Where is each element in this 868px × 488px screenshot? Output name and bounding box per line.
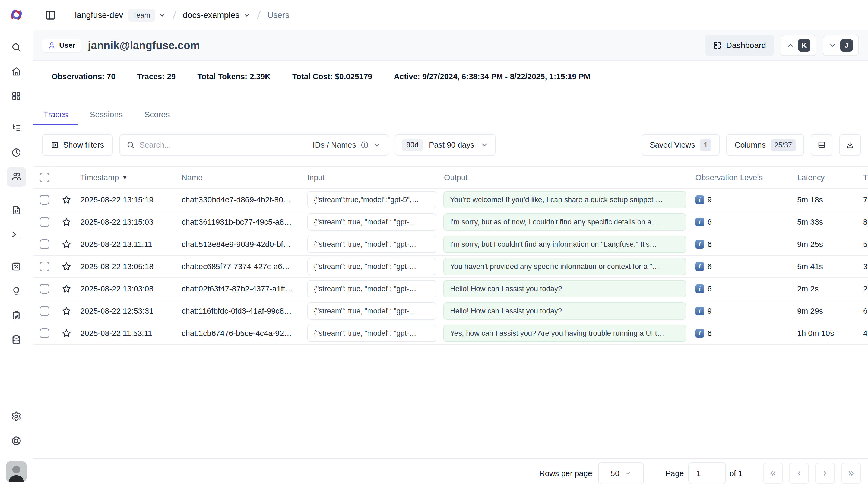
chevron-down-icon[interactable] <box>159 12 166 19</box>
chevron-down-icon[interactable] <box>243 12 250 19</box>
cell-input[interactable]: {"stream":true,"model":"gpt-5",… <box>307 191 436 209</box>
table-row[interactable]: 2025-08-22 12:53:31 chat:116fbfdc-0fd3-4… <box>33 300 868 323</box>
tab-scores[interactable]: Scores <box>134 104 180 125</box>
table-row[interactable]: 2025-08-22 11:53:11 chat:1cb67476-b5ce-4… <box>33 323 868 345</box>
row-height-button[interactable] <box>811 134 832 156</box>
star-icon[interactable] <box>57 195 76 205</box>
next-page-button[interactable] <box>815 463 835 484</box>
breadcrumb-current-page: Users <box>267 10 289 20</box>
row-checkbox[interactable] <box>40 262 50 271</box>
breadcrumb-environment[interactable]: docs-examples <box>183 10 239 20</box>
tab-traces[interactable]: Traces <box>33 104 79 125</box>
row-checkbox[interactable] <box>40 239 50 249</box>
table-row[interactable]: 2025-08-22 13:11:11 chat:513e84e9-9039-4… <box>33 234 868 256</box>
sidebar-item-home[interactable] <box>6 62 26 82</box>
columns-button[interactable]: Columns 25/37 <box>726 134 804 156</box>
star-icon[interactable] <box>57 328 76 338</box>
sidebar-toggle-icon[interactable] <box>43 8 58 23</box>
sidebar-item-search[interactable] <box>6 38 26 58</box>
cell-output[interactable]: You haven't provided any specific inform… <box>443 258 686 275</box>
search-scope-dropdown[interactable]: IDs / Names <box>313 141 381 150</box>
cell-latency: 5m 18s <box>793 195 861 204</box>
chevrons-right-icon <box>847 469 855 478</box>
row-checkbox[interactable] <box>40 284 50 294</box>
sidebar-item-users[interactable] <box>6 167 26 187</box>
export-button[interactable] <box>839 134 861 156</box>
percent-square-icon <box>11 262 22 273</box>
sidebar-item-insights[interactable] <box>6 282 26 301</box>
cell-observation-levels: i6 <box>690 329 793 338</box>
previous-page-button[interactable] <box>789 463 809 484</box>
sidebar-item-playground[interactable] <box>6 225 26 245</box>
row-checkbox[interactable] <box>40 306 50 316</box>
home-icon <box>11 66 22 78</box>
star-icon[interactable] <box>57 262 76 271</box>
cell-output[interactable]: Hello! How can I assist you today? <box>443 302 686 320</box>
show-filters-button[interactable]: Show filters <box>42 134 113 156</box>
cell-input[interactable]: {"stream": true, "model": "gpt-… <box>307 302 436 320</box>
cell-input[interactable]: {"stream": true, "model": "gpt-… <box>307 258 436 275</box>
nav-next-button[interactable]: J <box>823 35 859 56</box>
last-page-button[interactable] <box>841 463 861 484</box>
cell-timestamp: 2025-08-22 12:53:31 <box>76 307 178 316</box>
search-input[interactable] <box>140 141 308 150</box>
rows-per-page-label: Rows per page <box>539 469 592 478</box>
time-range-button[interactable]: 90d Past 90 days <box>395 134 496 156</box>
cell-input[interactable]: {"stream": true, "model": "gpt-… <box>307 325 436 342</box>
page-header: User jannik@langfuse.com Dashboard K J <box>33 30 868 61</box>
sidebar-item-sessions[interactable] <box>6 143 26 163</box>
star-icon[interactable] <box>57 239 76 249</box>
cell-latency: 2m 2s <box>793 284 861 294</box>
column-header-output[interactable]: Output <box>441 173 690 182</box>
column-header-input[interactable]: Input <box>304 173 441 182</box>
dashboard-button[interactable]: Dashboard <box>705 35 774 56</box>
cell-input[interactable]: {"stream": true, "model": "gpt-… <box>307 213 436 231</box>
star-icon[interactable] <box>57 284 76 294</box>
breadcrumb-project[interactable]: langfuse-dev <box>75 10 123 20</box>
star-icon[interactable] <box>57 306 76 316</box>
column-header-timestamp[interactable]: Timestamp ▼ <box>76 173 178 182</box>
column-header-name[interactable]: Name <box>178 173 304 182</box>
search-box[interactable]: IDs / Names <box>119 134 388 156</box>
rows-per-page-select[interactable]: 50 <box>598 462 644 484</box>
table-row[interactable]: 2025-08-22 13:15:03 chat:3611931b-bc77-4… <box>33 211 868 234</box>
cell-output[interactable]: I'm sorry, but I couldn't find any infor… <box>443 236 686 253</box>
cell-output[interactable]: I'm sorry, but as of now, I couldn't fin… <box>443 213 686 231</box>
sidebar-item-settings[interactable] <box>6 407 26 427</box>
toolbar-right-group: Saved Views 1 Columns 25/37 <box>642 134 861 156</box>
select-all-checkbox[interactable] <box>40 173 50 182</box>
top-navigation: langfuse-dev Team / docs-examples / User… <box>33 0 868 30</box>
column-header-truncated[interactable]: T <box>861 173 868 182</box>
row-checkbox[interactable] <box>40 328 50 338</box>
column-header-latency[interactable]: Latency <box>793 173 861 182</box>
table-row[interactable]: 2025-08-22 13:03:08 chat:02f63f47-87b2-4… <box>33 278 868 300</box>
cell-output[interactable]: Yes, how can I assist you? Are you havin… <box>443 325 686 342</box>
sidebar-item-annotation[interactable] <box>6 306 26 326</box>
sidebar-item-datasets[interactable] <box>6 331 26 350</box>
column-header-observation-levels[interactable]: Observation Levels <box>690 173 793 182</box>
sidebar-item-dashboards[interactable] <box>6 87 26 106</box>
first-page-button[interactable] <box>763 463 783 484</box>
info-icon <box>361 141 369 149</box>
cell-latency: 9m 25s <box>793 240 861 249</box>
star-icon[interactable] <box>57 217 76 227</box>
sidebar-item-prompts[interactable] <box>6 201 26 220</box>
table-row[interactable]: 2025-08-22 13:05:18 chat:ec685f77-7374-4… <box>33 256 868 278</box>
sidebar-item-scores[interactable] <box>6 257 26 277</box>
nav-previous-button[interactable]: K <box>781 35 816 56</box>
cell-output[interactable]: You’re welcome! If you’d like, I can sha… <box>443 191 686 209</box>
cell-input[interactable]: {"stream": true, "model": "gpt-… <box>307 280 436 298</box>
sidebar-item-support[interactable] <box>6 431 26 451</box>
page-number-input[interactable] <box>688 462 726 484</box>
sidebar-item-tracing[interactable] <box>6 119 26 139</box>
row-checkbox[interactable] <box>40 195 50 205</box>
langfuse-logo-icon[interactable] <box>9 8 23 22</box>
user-avatar[interactable] <box>6 461 27 482</box>
row-checkbox[interactable] <box>40 217 50 227</box>
chevron-down-icon <box>624 470 631 477</box>
saved-views-button[interactable]: Saved Views 1 <box>642 134 720 156</box>
cell-output[interactable]: Hello! How can I assist you today? <box>443 280 686 298</box>
tab-sessions[interactable]: Sessions <box>80 104 133 125</box>
cell-input[interactable]: {"stream": true, "model": "gpt-… <box>307 236 436 253</box>
table-row[interactable]: 2025-08-22 13:15:19 chat:330bd4e7-d869-4… <box>33 189 868 211</box>
